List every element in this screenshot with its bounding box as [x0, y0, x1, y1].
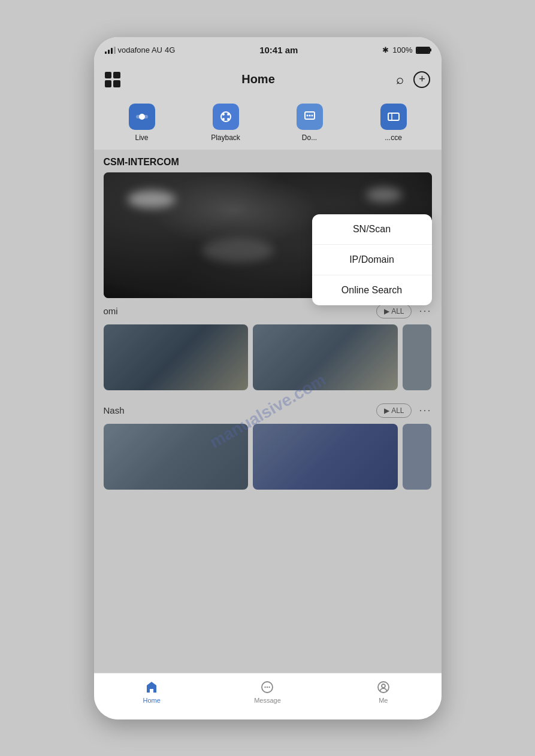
quick-item-playback[interactable]: Playback [184, 104, 268, 142]
home-tab-icon [144, 679, 159, 695]
tab-home[interactable]: Home [94, 679, 210, 704]
access-label: ...cce [385, 133, 402, 142]
page-title: Home [241, 72, 275, 86]
svg-point-2 [221, 112, 231, 122]
nav-bar: Home ⌕ + [94, 63, 442, 96]
access-icon [380, 104, 407, 130]
quick-access-row: Live Playback [94, 96, 442, 150]
tab-bar: Home Message [94, 673, 442, 719]
quick-item-device[interactable]: Do... [268, 104, 352, 142]
nav-icons: ⌕ + [396, 71, 430, 88]
me-tab-icon [376, 679, 391, 695]
playback-label: Playback [211, 133, 240, 142]
add-button[interactable]: + [413, 71, 430, 88]
tab-me[interactable]: Me [325, 679, 441, 704]
svg-point-4 [227, 113, 229, 116]
svg-rect-1 [136, 115, 148, 119]
grid-icon[interactable] [105, 72, 120, 87]
svg-point-9 [309, 114, 310, 116]
device-label: Do... [302, 133, 317, 142]
message-tab-icon [259, 679, 275, 695]
signal-icon [105, 47, 116, 54]
message-tab-label: Message [254, 697, 281, 704]
carrier-label: vodafone AU [118, 45, 162, 54]
status-right: ✱ 100% [382, 45, 430, 54]
status-bar: vodafone AU 4G 10:41 am ✱ 100% [94, 37, 442, 63]
live-label: Live [135, 133, 148, 142]
svg-rect-11 [388, 113, 399, 120]
svg-point-3 [222, 113, 225, 116]
svg-point-10 [311, 114, 313, 116]
search-icon[interactable]: ⌕ [396, 72, 404, 87]
tab-message[interactable]: Message [210, 679, 325, 704]
me-tab-label: Me [379, 697, 388, 704]
ip-domain-option[interactable]: IP/Domain [312, 245, 432, 275]
dropdown-popup: SN/Scan IP/Domain Online Search [312, 214, 432, 305]
quick-item-access[interactable]: ...cce [352, 104, 436, 142]
svg-point-8 [306, 114, 308, 116]
online-search-option[interactable]: Online Search [312, 275, 432, 305]
svg-point-16 [269, 686, 270, 687]
playback-icon [213, 104, 239, 130]
battery-icon [416, 47, 430, 54]
svg-point-14 [265, 686, 266, 687]
live-icon [129, 104, 155, 130]
bluetooth-icon: ✱ [382, 45, 389, 54]
home-tab-label: Home [143, 697, 160, 704]
battery-pct: 100% [392, 45, 412, 54]
svg-point-5 [222, 118, 225, 120]
svg-point-15 [267, 686, 268, 687]
svg-point-6 [227, 118, 229, 120]
status-left: vodafone AU 4G [105, 45, 176, 54]
svg-point-18 [382, 684, 385, 688]
time-label: 10:41 am [259, 45, 298, 55]
device-icon [297, 104, 323, 130]
sn-scan-option[interactable]: SN/Scan [312, 214, 432, 245]
quick-item-live[interactable]: Live [100, 104, 184, 142]
network-label: 4G [165, 45, 175, 54]
main-content: CSM-INTERCOM omi ▶ ALL ··· [94, 150, 442, 673]
